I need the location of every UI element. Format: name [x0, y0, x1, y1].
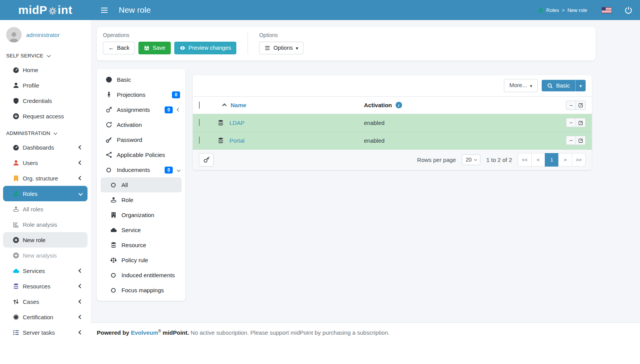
- sidebar-item-label: Profile: [23, 82, 39, 89]
- sidebar-item-label: Users: [23, 160, 38, 166]
- tab-inducements-resource[interactable]: Resource: [97, 238, 185, 253]
- tab-projections[interactable]: Projections 0: [97, 87, 185, 102]
- sidebar-item-profile[interactable]: Profile: [0, 78, 91, 93]
- plus-circle-icon: [13, 237, 19, 243]
- row-checkbox[interactable]: [199, 136, 200, 144]
- row-name-link[interactable]: Portal: [229, 137, 244, 144]
- sidebar-item-dashboards[interactable]: Dashboards: [0, 140, 91, 155]
- sidebar-item-label: Credentials: [23, 98, 52, 104]
- tab-password[interactable]: Password: [97, 132, 185, 147]
- sidebar-item-label: Roles: [23, 190, 37, 197]
- column-header-name[interactable]: Name: [231, 102, 246, 108]
- registered-mark: ®: [158, 329, 161, 333]
- header-actions-group: −: [566, 101, 586, 110]
- sidebar-item-role-analysis[interactable]: Role analysis: [0, 217, 91, 232]
- page-size-select[interactable]: 20: [462, 154, 481, 165]
- certificate-seal-icon: [13, 314, 19, 320]
- minus-icon: −: [569, 137, 573, 143]
- info-icon[interactable]: i: [396, 102, 402, 108]
- circle-outline-icon: [106, 168, 111, 172]
- table-row-portal[interactable]: Portal enabled −: [193, 132, 592, 150]
- chevron-left-icon: [78, 330, 83, 334]
- power-icon: [625, 6, 632, 14]
- select-all-checkbox[interactable]: [199, 101, 200, 109]
- basic-search-button[interactable]: Basic: [542, 80, 575, 91]
- table-row-ldap[interactable]: LDAP enabled −: [193, 114, 592, 132]
- unassign-row-button[interactable]: −: [566, 118, 576, 127]
- search-icon: [547, 83, 553, 89]
- save-button[interactable]: Save: [138, 42, 171, 54]
- assign-button[interactable]: [199, 153, 214, 167]
- avatar[interactable]: [6, 27, 22, 42]
- sidebar-item-cases[interactable]: Cases: [0, 294, 91, 309]
- sort-ascending-icon[interactable]: [222, 103, 226, 108]
- sidebar-item-users[interactable]: Users: [0, 155, 91, 170]
- collapse-column-button[interactable]: −: [566, 101, 576, 110]
- options-dropdown-button[interactable]: Options ▾: [259, 42, 303, 54]
- sidebar-item-server-tasks[interactable]: Server tasks: [0, 325, 91, 340]
- edit-column-button[interactable]: [576, 101, 586, 110]
- tab-label: Resource: [121, 242, 146, 248]
- next-page-button[interactable]: >: [558, 153, 572, 167]
- row-checkbox[interactable]: [199, 119, 200, 126]
- search-mode-caret-button[interactable]: ▾: [575, 80, 586, 91]
- pagination-range: 1 to 2 of 2: [486, 157, 512, 163]
- sidebar-item-new-analysis[interactable]: New analysis: [0, 248, 91, 263]
- save-floppy-icon: [144, 45, 150, 51]
- sidebar-item-org-structure[interactable]: Org. structure: [0, 170, 91, 186]
- tab-inducements-policy-rule[interactable]: Policy rule: [97, 253, 185, 268]
- logout-button[interactable]: [623, 5, 634, 15]
- tab-inducements-organization[interactable]: Organization: [97, 207, 185, 222]
- preview-changes-button[interactable]: Preview changes: [174, 42, 236, 54]
- username-link[interactable]: administrator: [26, 32, 60, 38]
- tab-inducements-service[interactable]: Service: [97, 222, 185, 238]
- tab-inducements-all[interactable]: All: [101, 177, 182, 192]
- sidebar-item-label: All roles: [23, 206, 43, 212]
- prev-page-button[interactable]: <: [531, 153, 545, 167]
- first-page-button[interactable]: <<: [518, 153, 532, 167]
- breadcrumb-roles-link[interactable]: Roles: [546, 7, 559, 13]
- page-1-button[interactable]: 1: [545, 153, 559, 167]
- sidebar-item-certification[interactable]: Certification: [0, 309, 91, 325]
- tab-applicable-policies[interactable]: Applicable Policies: [97, 147, 185, 162]
- sidebar-item-new-role[interactable]: New role: [3, 232, 88, 248]
- tab-label: Focus mappings: [121, 287, 164, 293]
- tab-activation[interactable]: Activation: [97, 117, 185, 132]
- edit-row-button[interactable]: [576, 118, 586, 127]
- sidebar-item-credentials[interactable]: Credentials: [0, 93, 91, 108]
- tab-inducements-role[interactable]: Role: [97, 192, 185, 207]
- section-self-service[interactable]: SELF SERVICE: [0, 46, 91, 62]
- sidebar-item-all-roles[interactable]: All roles: [0, 201, 91, 217]
- tab-assignments[interactable]: Assignments 0: [97, 102, 185, 117]
- assignment-mars-icon: [106, 106, 112, 113]
- operations-panel: Operations ← Back Save Preview changes: [97, 27, 596, 61]
- tab-inducements-induced-entitlements[interactable]: Induced entitlements: [97, 268, 185, 283]
- tab-label: Role: [121, 197, 133, 203]
- tab-inducements[interactable]: Inducements 0: [97, 162, 185, 177]
- tab-inducements-focus-mappings[interactable]: Focus mappings: [97, 283, 185, 298]
- tab-basic[interactable]: Basic: [97, 72, 185, 87]
- chevron-left-icon: [78, 315, 83, 319]
- tab-label: Policy rule: [121, 257, 148, 263]
- sidebar-item-resources[interactable]: Resources: [0, 278, 91, 294]
- section-administration[interactable]: ADMINISTRATION: [0, 124, 91, 140]
- menu-toggle-button[interactable]: [98, 5, 110, 15]
- main-area: Operations ← Back Save Preview changes: [91, 20, 640, 364]
- sidebar-item-home[interactable]: Home: [0, 62, 91, 78]
- sidebar-item-services[interactable]: Services: [0, 263, 91, 278]
- sidebar-item-request-access[interactable]: Request access: [0, 108, 91, 124]
- row-name-link[interactable]: LDAP: [229, 120, 244, 126]
- sidebar-item-label: Dashboards: [23, 144, 54, 151]
- edit-row-button[interactable]: [576, 136, 586, 145]
- unassign-row-button[interactable]: −: [566, 136, 576, 145]
- more-dropdown-button[interactable]: More... ▾: [504, 79, 537, 92]
- last-page-button[interactable]: >>: [572, 153, 586, 167]
- back-button[interactable]: ← Back: [103, 42, 135, 54]
- product-label: midPoint.: [163, 329, 189, 336]
- sidebar-item-roles[interactable]: Roles: [3, 186, 88, 201]
- midpoint-logo[interactable]: midP int: [0, 3, 91, 17]
- locale-flag-us-icon[interactable]: [602, 7, 611, 13]
- arrow-left-icon: ←: [108, 45, 114, 51]
- evolveum-link[interactable]: Evolveum: [131, 329, 158, 336]
- tab-label: Inducements: [117, 167, 150, 173]
